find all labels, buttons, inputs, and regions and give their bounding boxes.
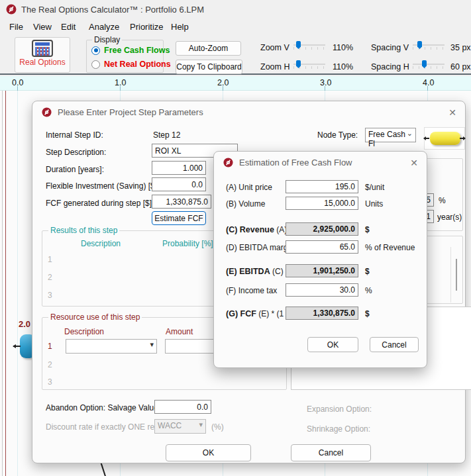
income-tax-input[interactable] — [286, 283, 358, 297]
dialog-title-text: Estimation of Free Cash Flow — [239, 158, 352, 167]
ok-button[interactable]: OK — [166, 444, 251, 461]
abandon-salvage-input[interactable] — [154, 400, 211, 414]
discount-rate-dropdown: WACC ▾ — [154, 419, 206, 434]
fcf-row-label: (F) Income tax — [226, 286, 277, 295]
close-icon[interactable]: ✕ — [408, 157, 420, 169]
fcf-row-unit: $ — [365, 225, 370, 234]
cancel-button[interactable]: Cancel — [291, 444, 371, 461]
radio-icon — [91, 46, 100, 55]
thin-scrollbar[interactable] — [456, 259, 457, 291]
results-col-probability: Probability [%] — [162, 239, 213, 248]
dialog-title-text: Please Enter Project Step Parameters — [58, 107, 203, 117]
menu-help[interactable]: Help — [167, 21, 193, 33]
node-type-dropdown[interactable]: Free Cash Fl ⌄ — [365, 128, 416, 142]
fcf-row-label: (A) Unit price — [226, 183, 272, 192]
discount-rate-label: Discount rate if exactly ONE result: — [46, 422, 169, 432]
display-group: Display Free Cash Flows Net Real Options — [86, 40, 164, 73]
fcf-row-unit: % of Revenue — [365, 243, 415, 252]
menu-prioritize[interactable]: Prioritize — [126, 21, 168, 33]
fcf-generated-label: FCF generated during step [$]: — [46, 199, 154, 208]
abandon-option-label: Abandon Option: Salvage Value [$]: — [46, 403, 172, 412]
resource-row-number: 1 — [48, 342, 52, 351]
dialog-logo-icon — [42, 107, 52, 117]
calculator-icon — [32, 40, 53, 57]
title-bar: The Real Options Calculator™ : Portfolio… — [0, 0, 471, 19]
zoom-h-value: 110% — [333, 62, 353, 71]
real-options-button[interactable]: Real Options — [15, 37, 70, 73]
window-title: The Real Options Calculator™ : Portfolio… — [21, 5, 204, 15]
resource-description-dropdown[interactable]: ▾ — [66, 339, 157, 354]
ok-button[interactable]: OK — [307, 337, 358, 352]
expansion-option-label: Expansion Option: — [307, 405, 372, 414]
menu-edit[interactable]: Edit — [57, 21, 79, 33]
resource-row-number: 2 — [48, 360, 52, 369]
toolbar: Real Options Display Free Cash Flows Net… — [0, 34, 471, 75]
spacing-h-value: 60 px — [450, 62, 471, 71]
radio-icon — [91, 60, 100, 69]
zoom-v-label: Zoom V — [260, 43, 289, 52]
menu-analyze[interactable]: Analyze — [85, 21, 123, 33]
spacing-v-label: Spacing V — [371, 43, 409, 52]
zoom-v-value: 110% — [333, 43, 353, 52]
node-shape-preview — [424, 127, 465, 150]
partial-percent-unit: % — [439, 196, 446, 205]
auto-zoom-button[interactable]: Auto-Zoom — [176, 41, 241, 56]
ebitda-margin-input[interactable] — [286, 240, 358, 254]
fcf-row-unit: $ — [365, 309, 370, 318]
radio-label-nro: Net Real Options — [104, 60, 171, 69]
dialog-title: Please Enter Project Step Parameters — [42, 107, 203, 117]
dialog-title: Estimation of Free Cash Flow — [223, 158, 352, 167]
yellow-node-icon — [430, 132, 460, 145]
ruler-tick-label: 3.0 — [320, 78, 331, 87]
spacing-h-label: Spacing H — [371, 62, 409, 71]
resource-row-number: 3 — [48, 377, 52, 387]
chevron-down-icon: ⌄ — [407, 129, 413, 138]
resource-col-description: Description — [64, 327, 104, 336]
estimate-fcf-button[interactable]: Estimate FCF — [152, 211, 206, 225]
flexible-investment-input[interactable] — [152, 177, 206, 191]
fcf-estimation-dialog: Estimation of Free Cash Flow ✕ (A) Unit … — [213, 151, 427, 368]
results-row-number: 2 — [48, 273, 52, 282]
shrinkage-option-label: Shrinkage Option: — [307, 424, 370, 434]
chevron-down-icon: ▾ — [199, 420, 203, 429]
cancel-button[interactable]: Cancel — [370, 337, 419, 352]
fcf-generated-input[interactable] — [152, 195, 211, 209]
unit-price-input[interactable] — [286, 180, 358, 193]
close-icon[interactable]: ✕ — [446, 107, 458, 119]
results-col-description: Description — [81, 239, 121, 248]
ruler-tick-label: 4.0 — [423, 78, 434, 87]
duration-input[interactable] — [152, 161, 206, 175]
ebitda-readonly-field — [286, 264, 358, 277]
radio-free-cash-flows[interactable]: Free Cash Flows — [91, 46, 170, 55]
zoom-v-slider[interactable] — [293, 41, 325, 50]
radio-net-real-options[interactable]: Net Real Options — [91, 60, 171, 69]
internal-step-id-value: Step 12 — [153, 130, 180, 140]
results-row-number: 3 — [48, 291, 52, 300]
fcf-row-label: (B) Volume — [226, 199, 265, 209]
fcf-readonly-field — [286, 307, 358, 320]
fcf-row-unit: $ — [365, 267, 370, 276]
results-group-title: Results of this step — [48, 226, 119, 235]
step-description-label: Step Description: — [46, 148, 106, 157]
flexible-investment-label: Flexible Investment (Saving) [$]: — [46, 181, 159, 191]
discount-rate-unit: (%) — [211, 422, 224, 432]
application-window: The Real Options Calculator™ : Portfolio… — [0, 0, 471, 476]
spacing-v-slider[interactable] — [413, 41, 445, 50]
chevron-down-icon: ▾ — [150, 340, 154, 349]
copy-to-clipboard-button[interactable]: Copy To Clipboard — [176, 60, 242, 74]
revenue-readonly-field — [286, 222, 358, 236]
results-row-number: 1 — [48, 255, 52, 264]
zoom-h-slider[interactable] — [293, 60, 325, 70]
menu-file[interactable]: File — [5, 21, 27, 33]
node-connector-arrow — [13, 346, 21, 347]
resource-group-title: Resource use of this step — [48, 312, 142, 322]
fcf-row-label: (D) EBITDA margin — [226, 243, 294, 252]
spacing-h-slider[interactable] — [413, 60, 445, 70]
menu-view[interactable]: View — [29, 21, 56, 33]
partial-years-unit: year(s) — [437, 213, 462, 222]
duration-label: Duration [years]: — [46, 165, 104, 174]
connector-out-icon — [460, 138, 465, 139]
real-options-label: Real Options — [15, 58, 70, 67]
volume-input[interactable] — [286, 197, 358, 210]
canvas-edge-line — [100, 461, 107, 476]
